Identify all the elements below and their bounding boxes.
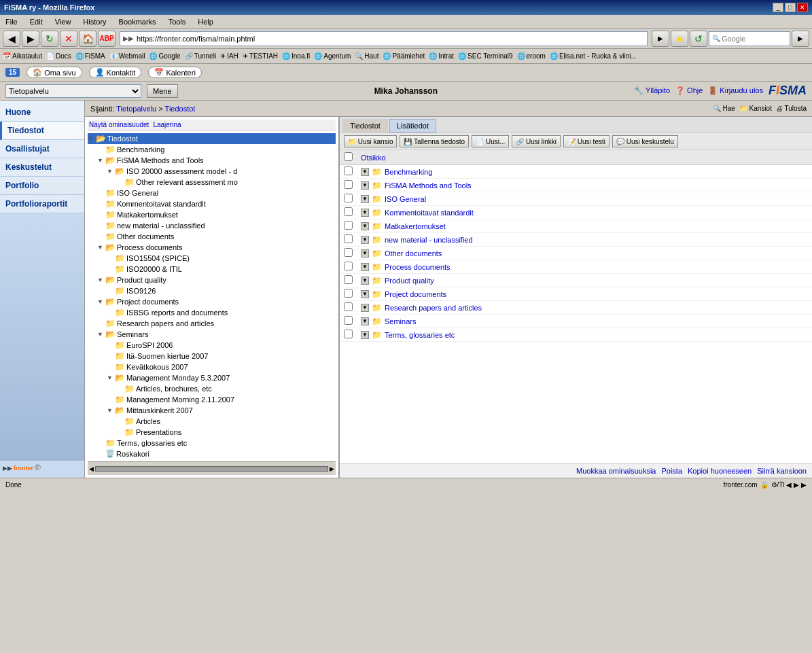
tree-node-mgmt-monday[interactable]: ▼ 📂 Management Monday 5.3.2007 xyxy=(107,372,336,383)
menu-edit[interactable]: Edit xyxy=(27,17,46,27)
personal-kalenteri[interactable]: 📅 Kalenteri xyxy=(148,67,201,78)
dropdown-arrow[interactable]: ▼ xyxy=(361,317,369,325)
uusi-keskustelu-button[interactable]: 💬 Uusi keskustelu xyxy=(612,135,678,147)
row-checkbox[interactable] xyxy=(344,194,353,202)
tree-node-other-documents[interactable]: 📁 Other documents xyxy=(97,231,336,242)
bookmark-tunneli[interactable]: 🔗 Tunneli xyxy=(185,52,216,60)
folder-link-product-quality[interactable]: Product quality xyxy=(385,277,434,285)
uusi-button[interactable]: 📄 Uusi... xyxy=(472,135,509,147)
folder-link-new-material[interactable]: new material - unclassified xyxy=(385,236,473,244)
tree-node-research-papers[interactable]: 📁 Research papers and articles xyxy=(97,318,336,329)
mene-button[interactable]: Mene xyxy=(147,84,178,98)
tree-node-project-docs[interactable]: ▼ 📂 Project documents xyxy=(97,296,336,307)
header-otsikko[interactable]: Otsikko xyxy=(357,150,812,165)
bookmark-aikataulut[interactable]: 📅 Aikataulut xyxy=(3,52,42,60)
tree-node-kevatkokous[interactable]: 📁 Kevätkokous 2007 xyxy=(107,361,336,372)
bookmark-agentum[interactable]: 🌐 Agentum xyxy=(314,52,351,60)
yllapito-link[interactable]: 🔧 Ylläpito xyxy=(634,86,670,95)
tree-node-ita-suomen[interactable]: 📁 Itä-Suomen kiertue 2007 xyxy=(107,351,336,361)
bookmark-inoa[interactable]: 🌐 Inoa.fi xyxy=(282,52,310,60)
folder-link-project-docs[interactable]: Project documents xyxy=(385,290,446,298)
hae-button[interactable]: 🔍 Hae xyxy=(713,105,735,112)
row-checkbox[interactable] xyxy=(344,180,353,189)
tree-node-iso20000[interactable]: ▼ 📂 ISO 20000 assessment model - d xyxy=(107,166,336,177)
tree-node-eurospi[interactable]: 📁 EuroSPI 2006 xyxy=(107,340,336,351)
sidebar-item-osallistujat[interactable]: Osallistujat xyxy=(0,140,84,158)
dropdown-arrow[interactable]: ▼ xyxy=(361,209,369,217)
address-input[interactable] xyxy=(137,35,644,43)
bookmark-iah[interactable]: ✈ IAH xyxy=(220,52,239,60)
tree-node-isbsg[interactable]: 📁 ISBSG reports and documents xyxy=(107,307,336,318)
menu-bookmarks[interactable]: Bookmarks xyxy=(116,17,159,27)
tab-tiedostot[interactable]: Tiedostot xyxy=(342,119,388,133)
personal-oma-sivu[interactable]: 🏠 Oma sivu xyxy=(27,67,82,78)
bookmark-eroom[interactable]: 🌐 eroom xyxy=(517,52,546,60)
row-checkbox[interactable] xyxy=(344,207,353,216)
menu-help[interactable]: Help xyxy=(195,17,216,27)
sidebar-item-portfolio[interactable]: Portfolio xyxy=(0,177,84,195)
kirjaudu-ulos-link[interactable]: 🚪 Kirjaudu ulos xyxy=(708,86,763,95)
bookmark-fisma[interactable]: 🌐 FiSMA xyxy=(75,52,105,60)
bookmark-testiah[interactable]: ✈ TESTIAH xyxy=(243,52,278,60)
bookmark-docs[interactable]: 📄 Docs xyxy=(46,52,71,60)
tree-node-articles-brochures[interactable]: 📁 Articles, brochures, etc xyxy=(116,383,336,394)
row-checkbox[interactable] xyxy=(344,289,353,298)
minimize-button[interactable]: _ xyxy=(773,3,783,12)
tree-node-mgmt-morning[interactable]: 📁 Management Morning 2.11.2007 xyxy=(107,394,336,405)
go-button[interactable]: ▶ xyxy=(652,31,669,47)
ohje-link[interactable]: ❓ Ohje xyxy=(675,86,703,95)
sidebar-item-huone[interactable]: Huone xyxy=(0,103,84,122)
back-button[interactable]: ◀ xyxy=(3,31,20,47)
dropdown-arrow[interactable]: ▼ xyxy=(361,168,369,176)
kansiot-button[interactable]: 📁 Kansiot xyxy=(739,105,772,112)
maximize-button[interactable]: □ xyxy=(785,3,796,12)
uusi-linkki-button[interactable]: 🔗 Uusi linkki xyxy=(512,135,561,147)
tab-lisatiedot[interactable]: Lisätiedot xyxy=(389,119,436,133)
adblock-button[interactable]: ABP xyxy=(98,31,116,47)
tree-node-root[interactable]: ▼ 📂 Tiedostot xyxy=(88,133,336,144)
tree-node-fisma-methods[interactable]: ▼ 📂 FiSMA Methods and Tools xyxy=(97,155,336,166)
tree-node-presentations[interactable]: 📁 Presentations xyxy=(116,427,336,438)
folder-link-iso-general[interactable]: ISO General xyxy=(385,195,426,203)
kopioi-huoneeseen-link[interactable]: Kopioi huoneeseen xyxy=(688,467,752,475)
menu-history[interactable]: History xyxy=(80,17,109,27)
breadcrumb-tiedostot[interactable]: Tiedostot xyxy=(165,105,196,113)
bookmark-webmail[interactable]: 📧 Webmail xyxy=(109,52,145,60)
forward-button[interactable]: ▶ xyxy=(22,31,39,47)
dropdown-arrow[interactable]: ▼ xyxy=(361,236,369,244)
tree-node-iso9126[interactable]: 📁 ISO9126 xyxy=(107,285,336,296)
tree-node-iso20000-itil[interactable]: 📁 ISO20000 & ITIL xyxy=(107,264,336,275)
bookmark-haut[interactable]: 🔍 Haut xyxy=(355,52,378,60)
uusi-kansio-button[interactable]: 📁 Uusi kansio xyxy=(344,135,397,147)
folder-link-terms[interactable]: Terms, glossaries etc xyxy=(385,331,455,339)
dropdown-arrow[interactable]: ▼ xyxy=(361,277,369,285)
tree-expand[interactable]: Laajenna xyxy=(153,121,181,128)
dropdown-arrow[interactable]: ▼ xyxy=(361,181,369,190)
tietopalvelu-select[interactable]: Tietopalvelu xyxy=(5,84,141,98)
row-checkbox[interactable] xyxy=(344,330,353,338)
bookmark-secterminal[interactable]: 🌐 SEC Terminal9 xyxy=(458,52,513,60)
tree-node-iso15504[interactable]: 📁 ISO15504 (SPICE) xyxy=(107,253,336,264)
tree-node-benchmarking[interactable]: 📁 Benchmarking xyxy=(97,144,336,155)
row-checkbox[interactable] xyxy=(344,316,353,325)
tree-node-articles[interactable]: 📁 Articles xyxy=(116,416,336,427)
home-button[interactable]: 🏠 xyxy=(79,31,96,47)
bookmark-paamiehet[interactable]: 🌐 Päämiehet xyxy=(383,52,425,60)
address-bar[interactable]: ▶▶ xyxy=(120,31,648,46)
tree-node-new-material[interactable]: 📁 new material - unclassified xyxy=(97,220,336,231)
siirra-kansioon-link[interactable]: Siirrä kansioon xyxy=(757,467,807,475)
tree-node-seminars[interactable]: ▼ 📂 Seminars xyxy=(97,329,336,340)
dropdown-arrow[interactable]: ▼ xyxy=(361,263,369,271)
breadcrumb-tietopalvelu[interactable]: Tietopalvelu xyxy=(116,105,156,113)
row-checkbox[interactable] xyxy=(344,221,353,230)
tree-node-mittauskinkerit[interactable]: ▼ 📂 Mittauskinkerit 2007 xyxy=(107,405,336,416)
row-checkbox[interactable] xyxy=(344,166,353,175)
stop-button[interactable]: ✕ xyxy=(60,31,77,47)
folder-link-kommentoitavat[interactable]: Kommentoitavat standardit xyxy=(385,209,474,217)
select-all-checkbox[interactable] xyxy=(344,152,353,161)
bookmark-star[interactable]: ★ xyxy=(671,31,688,47)
folder-link-process-docs[interactable]: Process documents xyxy=(385,263,451,271)
tree-node-iso-general[interactable]: 📁 ISO General xyxy=(97,188,336,198)
tallenna-tiedosto-button[interactable]: 💾 Tallenna tiedosto xyxy=(400,135,469,147)
bookmark-elisa[interactable]: 🌐 Elisa.net - Ruoka & viini... xyxy=(550,52,637,60)
